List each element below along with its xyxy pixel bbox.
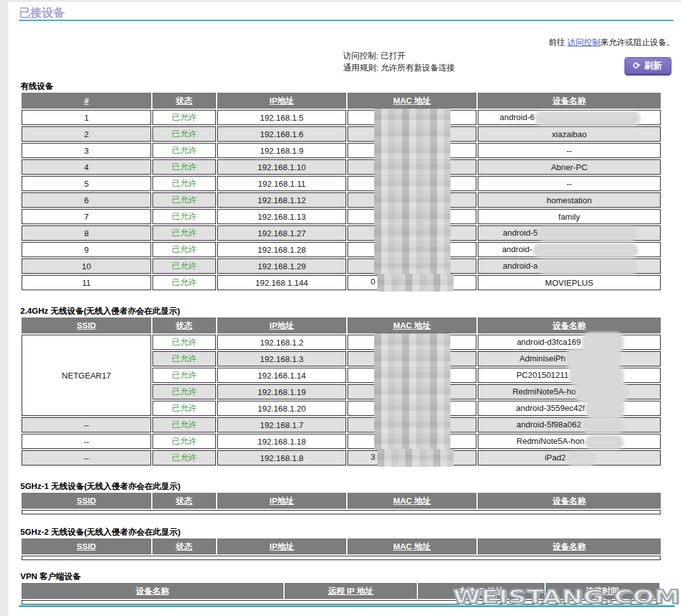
status-cell: 已允许 xyxy=(152,126,216,142)
column-header[interactable]: IP地址 xyxy=(217,539,346,554)
redacted-name-smudge xyxy=(537,113,638,124)
table-row: 3已允许192.168.1.9-- xyxy=(22,143,661,158)
redacted-name-smudge xyxy=(571,367,622,384)
cell: 192.168.1.3 xyxy=(217,351,346,366)
column-header[interactable]: SSID xyxy=(22,318,151,333)
column-header[interactable]: MAC 地址 xyxy=(347,493,476,509)
mac-cell xyxy=(347,225,476,241)
attached-devices-page: 已接设备 前往 访问控制来允许或阻止设备。 访问控制: 已打开 通用规则: 允许… xyxy=(0,0,681,616)
wifi5-1-header-row: SSID状态IP地址MAC 地址设备名称 xyxy=(22,493,661,509)
redacted-mac-mosaic xyxy=(374,432,450,450)
redacted-name-smudge xyxy=(578,384,626,401)
watermark: WEISTANG.COM xyxy=(452,585,680,608)
cell: 4 xyxy=(22,159,151,175)
wifi5-1-table-wrap: SSID状态IP地址MAC 地址设备名称 xyxy=(20,492,662,516)
access-control-status: 访问控制: 已打开 xyxy=(343,50,455,62)
redacted-mac-mosaic xyxy=(374,158,450,176)
column-header[interactable]: MAC 地址 xyxy=(347,539,476,554)
redacted-name-smudge xyxy=(588,400,623,417)
column-header[interactable]: 状态 xyxy=(152,493,216,509)
empty-row xyxy=(22,510,661,514)
column-header[interactable]: MAC 地址 xyxy=(347,93,476,109)
mac-cell xyxy=(347,159,476,175)
column-header[interactable]: 设备名称 xyxy=(478,318,661,333)
refresh-label: 刷新 xyxy=(644,60,662,70)
mac-visible-fragment: 0 xyxy=(370,277,375,286)
table-row: 1已允许192.168.1.5android-6 xyxy=(22,110,661,125)
column-header[interactable]: 设备名称 xyxy=(478,93,661,109)
table-row: 8已允许192.168.1.27android-5 xyxy=(22,225,661,241)
table-row: 10已允许192.168.1.29android-a xyxy=(22,258,661,274)
redacted-mac-mosaic xyxy=(374,257,450,275)
redacted-mac-mosaic xyxy=(374,175,450,192)
status-cell: 已允许 xyxy=(152,335,216,350)
wired-devices-table: #状态IP地址MAC 地址设备名称 1已允许192.168.1.5android… xyxy=(20,91,662,291)
status-cell: 已允许 xyxy=(152,450,216,465)
wifi5-2-table-wrap: SSID状态IP地址MAC 地址设备名称 xyxy=(20,537,662,561)
mac-cell xyxy=(347,242,476,257)
table-row: 9已允许192.168.1.28android- xyxy=(22,242,661,257)
column-header[interactable]: 状态 xyxy=(152,318,216,333)
wifi24-section-title: 2.4GHz 无线设备(无线入侵者亦会在此显示) xyxy=(20,305,180,317)
column-header[interactable]: IP地址 xyxy=(217,493,346,509)
redacted-mac-mosaic xyxy=(374,125,450,143)
name-cell: android- xyxy=(478,242,661,257)
column-header[interactable]: 设备名称 xyxy=(478,493,661,509)
table-row: 4已允许192.168.1.10Abner-PC xyxy=(22,159,661,175)
status-cell: 已允许 xyxy=(152,143,216,158)
redacted-mac-mosaic xyxy=(374,191,450,209)
ssid-cell: -- xyxy=(22,417,151,432)
refresh-icon: ⟳ xyxy=(633,60,640,70)
cell: 192.168.1.14 xyxy=(217,368,346,383)
status-cell: 已允许 xyxy=(152,258,216,274)
mac-cell xyxy=(347,335,476,350)
wifi5-2-section-title: 5GHz-2 无线设备(无线入侵者亦会在此显示) xyxy=(20,526,180,538)
cell: 192.168.1.28 xyxy=(217,242,346,257)
name-cell: android-a xyxy=(478,258,661,274)
column-header[interactable]: 设备名称 xyxy=(478,539,661,554)
cell: 192.168.1.10 xyxy=(217,159,346,175)
column-header[interactable]: IP地址 xyxy=(217,93,346,109)
table-row: 2已允许192.168.1.6xiazaibao xyxy=(22,126,661,142)
mac-visible-fragment: 3 xyxy=(370,452,375,462)
status-cell: 已允许 xyxy=(152,401,216,416)
mac-cell: 0 xyxy=(347,275,476,290)
cell: 192.168.1.19 xyxy=(217,384,346,399)
access-control-link[interactable]: 访问控制 xyxy=(567,37,600,47)
column-header[interactable]: 设备名称 xyxy=(22,583,283,599)
column-header[interactable]: 状态 xyxy=(152,93,216,109)
mac-cell xyxy=(347,192,476,208)
mac-cell xyxy=(347,176,476,191)
column-header[interactable]: # xyxy=(22,93,151,109)
redacted-mac-mosaic xyxy=(374,383,450,401)
mac-cell xyxy=(347,110,476,125)
status-cell: 已允许 xyxy=(152,209,216,224)
column-header[interactable]: MAC 地址 xyxy=(347,318,476,333)
cell: 192.168.1.20 xyxy=(217,401,346,416)
name-cell: AdminiseiPh xyxy=(478,351,661,366)
column-header[interactable]: 状态 xyxy=(152,539,216,554)
mac-cell xyxy=(347,417,476,432)
cell: 192.168.1.5 xyxy=(217,110,346,125)
refresh-button[interactable]: ⟳刷新 xyxy=(624,57,671,76)
cell: 7 xyxy=(22,209,151,224)
redacted-mac-mosaic xyxy=(374,142,450,159)
status-cell: 已允许 xyxy=(152,368,216,383)
cell: 9 xyxy=(22,242,151,257)
column-header[interactable]: 远程 IP 地址 xyxy=(285,583,417,599)
mac-cell: 3 xyxy=(347,450,476,465)
column-header[interactable]: SSID xyxy=(22,493,151,509)
wired-header-row: #状态IP地址MAC 地址设备名称 xyxy=(22,93,661,109)
name-cell: -- xyxy=(478,176,661,191)
column-header[interactable]: IP地址 xyxy=(217,318,346,333)
table-row: NETGEAR17已允许192.168.1.2android-d3fca169 xyxy=(22,335,661,350)
name-cell: android-5f98a062 xyxy=(478,417,661,432)
ssid-cell: -- xyxy=(22,450,151,465)
name-cell: android-6 xyxy=(478,110,661,125)
name-cell: android-5 xyxy=(478,225,661,241)
column-header[interactable]: SSID xyxy=(22,539,151,554)
table-row: 6已允许192.168.1.12homestation xyxy=(22,192,661,208)
status-cell: 已允许 xyxy=(152,225,216,241)
redacted-mac-mosaic xyxy=(374,366,450,384)
cell: 3 xyxy=(22,143,151,158)
